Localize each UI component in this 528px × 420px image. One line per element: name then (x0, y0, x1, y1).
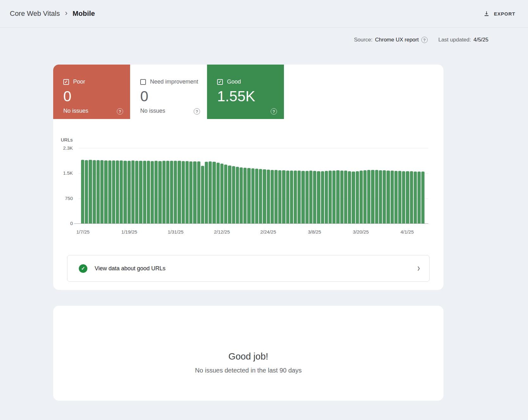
url-count-bar (93, 160, 96, 223)
x-tick-label: 1/7/25 (64, 229, 102, 235)
url-count-bar (193, 161, 196, 223)
url-count-bar (398, 171, 401, 223)
url-count-bar (356, 171, 359, 224)
good-checkbox[interactable]: ✓ (217, 79, 223, 85)
x-tick-label: 2/12/25 (203, 229, 241, 235)
url-count-bar (290, 171, 293, 223)
url-count-bar (394, 171, 398, 223)
url-count-bar (131, 160, 135, 223)
url-count-bar (154, 161, 158, 223)
url-count-bar (363, 170, 367, 223)
page-header: Core Web Vitals › Mobile EXPORT (0, 0, 528, 28)
source-label: Source: (354, 37, 373, 43)
url-count-bar (81, 160, 84, 223)
checkmark-icon: ✓ (65, 80, 68, 84)
url-count-bar (85, 160, 88, 223)
url-count-bar (329, 171, 332, 223)
url-count-bar (340, 171, 343, 223)
url-count-bar (174, 161, 177, 223)
url-count-bar (135, 161, 138, 223)
breadcrumb-mobile: Mobile (72, 9, 95, 18)
export-button[interactable]: EXPORT (483, 10, 515, 17)
poor-help-icon[interactable]: ? (117, 108, 123, 115)
breadcrumb-core-web-vitals[interactable]: Core Web Vitals (10, 9, 60, 18)
url-count-bar (205, 162, 208, 223)
url-count-bar (220, 164, 223, 223)
source-help-icon[interactable]: ? (421, 37, 428, 43)
url-count-bar (197, 161, 200, 223)
source-value: Chrome UX report (375, 37, 419, 43)
status-card-good[interactable]: ✓ Good 1.55K ? (207, 65, 284, 119)
url-count-bar (143, 161, 146, 223)
url-count-bar (282, 170, 285, 223)
good-label: Good (227, 78, 241, 85)
need-improvement-count: 0 (140, 88, 207, 104)
view-good-urls-row[interactable]: ✓ View data about good URLs › (67, 255, 430, 282)
report-meta: Source: Chrome UX report ? Last updated:… (354, 37, 488, 43)
url-count-bar (209, 161, 212, 223)
need-improvement-help-icon[interactable]: ? (194, 108, 200, 115)
poor-count: 0 (63, 88, 130, 104)
url-count-bar (158, 161, 161, 223)
url-count-bar (271, 170, 274, 223)
x-tick-label: 2/24/25 (249, 229, 287, 235)
url-count-bar (301, 171, 305, 223)
url-count-bar (100, 160, 104, 223)
view-good-urls-label: View data about good URLs (95, 265, 166, 272)
url-count-bar (255, 169, 258, 223)
url-count-bar (108, 160, 111, 223)
url-count-bar (212, 162, 216, 223)
url-count-bar (182, 161, 185, 223)
url-count-bar (116, 160, 119, 223)
url-count-bar (387, 171, 390, 223)
url-count-bar (259, 169, 262, 223)
url-count-bar (325, 171, 328, 223)
url-count-bar (371, 170, 374, 223)
url-count-bar (274, 170, 278, 223)
url-count-bar (267, 170, 270, 223)
url-count-bar (391, 171, 394, 223)
good-count: 1.55K (217, 88, 284, 104)
good-job-subtitle: No issues detected in the last 90 days (53, 367, 443, 374)
url-count-bar (236, 167, 239, 223)
url-count-bar (178, 161, 181, 223)
url-count-bar (410, 171, 413, 223)
poor-label: Poor (73, 78, 85, 85)
urls-bar-chart[interactable] (81, 148, 424, 223)
url-count-bar (243, 168, 247, 223)
status-card-need-improvement[interactable]: Need improvement 0 No issues ? (130, 65, 207, 119)
poor-checkbox[interactable]: ✓ (63, 79, 69, 85)
last-updated-value: 4/5/25 (474, 37, 488, 43)
url-count-bar (305, 171, 309, 223)
url-count-bar (360, 171, 363, 223)
url-count-bar (232, 166, 235, 223)
url-count-bar (247, 168, 250, 223)
url-count-bar (379, 170, 382, 223)
url-count-bar (89, 160, 92, 223)
url-count-bar (217, 163, 220, 224)
url-count-bar (147, 161, 150, 223)
url-count-bar (344, 171, 347, 223)
status-card-poor[interactable]: ✓ Poor 0 No issues ? (53, 65, 130, 119)
download-icon (483, 10, 490, 17)
url-count-bar (294, 171, 297, 223)
url-count-bar (352, 172, 355, 224)
url-count-bar (286, 171, 289, 223)
url-count-bar (228, 166, 231, 224)
url-count-bar (348, 171, 351, 223)
good-job-title: Good job! (53, 351, 443, 362)
y-tick-label: 750 (53, 195, 73, 202)
need-improvement-checkbox[interactable] (140, 79, 146, 85)
good-help-icon[interactable]: ? (271, 108, 277, 115)
url-count-bar (185, 161, 189, 223)
url-count-bar (97, 160, 100, 223)
x-tick-label: 3/20/25 (342, 229, 380, 235)
url-count-bar (321, 171, 324, 224)
url-count-bar (139, 161, 142, 223)
url-count-bar (317, 171, 320, 224)
url-count-bar (421, 172, 424, 223)
breadcrumb: Core Web Vitals › Mobile (10, 9, 95, 18)
url-count-bar (402, 171, 405, 224)
status-tiles: ✓ Poor 0 No issues ? Need improvement 0 … (53, 65, 284, 119)
url-count-bar (128, 161, 131, 223)
